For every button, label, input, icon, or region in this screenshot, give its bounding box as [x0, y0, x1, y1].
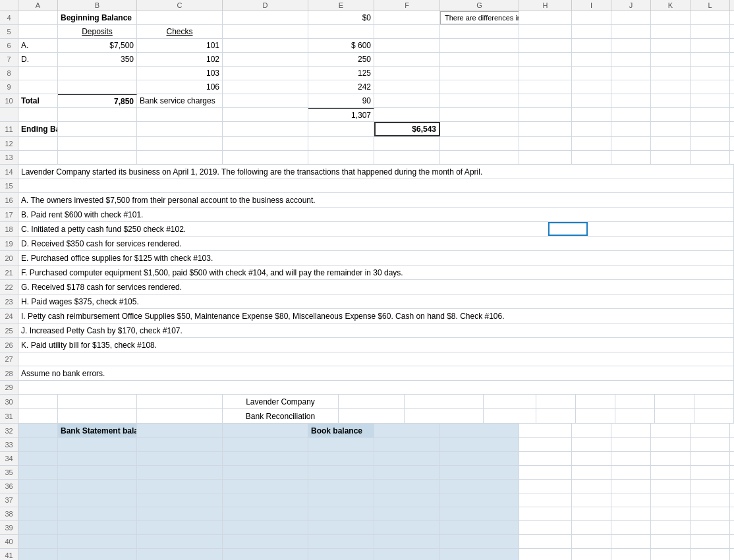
cell-10f[interactable] — [374, 94, 440, 107]
cell-6g[interactable] — [440, 39, 519, 52]
cell-4j[interactable] — [611, 11, 651, 24]
cell-10g[interactable] — [440, 94, 519, 107]
cell-5m[interactable] — [730, 25, 734, 38]
cell-19-text[interactable]: D. Received $350 cash for services rende… — [18, 237, 734, 250]
cell-9l[interactable] — [691, 80, 730, 94]
cell-4b[interactable]: Beginning Balance — [58, 11, 137, 24]
cell-10i[interactable] — [572, 94, 611, 107]
cell-11f[interactable]: $6,543 — [374, 122, 440, 136]
cell-7f[interactable] — [374, 53, 440, 66]
cell-7l[interactable] — [691, 53, 730, 66]
cell-8l[interactable] — [691, 67, 730, 80]
cell-11h[interactable] — [519, 122, 572, 136]
cell-6e[interactable]: $ 600 — [308, 39, 374, 52]
cell-4g[interactable]: There are differences in the problem. — [440, 11, 519, 24]
cell-8e[interactable]: 125 — [308, 67, 374, 80]
cell-24-text[interactable]: I. Petty cash reimbursement Office Suppl… — [18, 309, 734, 323]
cell-9d[interactable] — [223, 80, 308, 94]
cell-18-text[interactable]: C. Initiated a petty cash fund $250 chec… — [18, 222, 734, 236]
cell-7i[interactable] — [572, 53, 611, 66]
cell-8j[interactable] — [611, 67, 651, 80]
cell-11c[interactable] — [137, 122, 223, 136]
cell-7k[interactable] — [651, 53, 691, 66]
cell-5l[interactable] — [691, 25, 730, 38]
cell-7b[interactable]: 350 — [58, 53, 137, 66]
cell-10a[interactable]: Total — [18, 94, 58, 107]
cell-11g[interactable] — [440, 122, 519, 136]
cell-30-title[interactable]: Lavender Company — [223, 395, 339, 408]
cell-8g[interactable] — [440, 67, 519, 80]
cell-8f[interactable] — [374, 67, 440, 80]
cell-6b[interactable]: $7,500 — [58, 39, 137, 52]
cell-8h[interactable] — [519, 67, 572, 80]
cell-5g[interactable] — [440, 25, 519, 38]
cell-11k[interactable] — [651, 122, 691, 136]
cell-9c[interactable]: 106 — [137, 80, 223, 94]
cell-8d[interactable] — [223, 67, 308, 80]
cell-31-subtitle[interactable]: Bank Reconciliation — [223, 409, 339, 423]
cell-6d[interactable] — [223, 39, 308, 52]
cell-17-text[interactable]: B. Paid rent $600 with check #101. — [18, 208, 734, 221]
cell-6h[interactable] — [519, 39, 572, 52]
cell-11e[interactable] — [308, 122, 374, 136]
cell-28-text[interactable]: Assume no bank errors. — [18, 366, 734, 380]
cell-6j[interactable] — [611, 39, 651, 52]
cell-11m[interactable] — [730, 122, 734, 136]
cell-20-text[interactable]: E. Purchased office supplies for $125 wi… — [18, 251, 734, 265]
cell-4h[interactable] — [519, 11, 572, 24]
cell-6f[interactable] — [374, 39, 440, 52]
cell-8k[interactable] — [651, 67, 691, 80]
cell-8b[interactable] — [58, 67, 137, 80]
cell-9k[interactable] — [651, 80, 691, 94]
cell-6m[interactable] — [730, 39, 734, 52]
cell-8m[interactable] — [730, 67, 734, 80]
cell-5c[interactable]: Checks — [137, 25, 223, 38]
cell-9b[interactable] — [58, 80, 137, 94]
cell-26-text[interactable]: K. Paid utility bill for $135, check #10… — [18, 338, 734, 352]
cell-7e[interactable]: 250 — [308, 53, 374, 66]
cell-10c[interactable]: Bank service charges — [137, 94, 223, 107]
cell-25-text[interactable]: J. Increased Petty Cash by $170, check #… — [18, 323, 734, 337]
cell-4k[interactable] — [651, 11, 691, 24]
cell-10j[interactable] — [611, 94, 651, 107]
cell-9i[interactable] — [572, 80, 611, 94]
cell-9j[interactable] — [611, 80, 651, 94]
cell-4c[interactable] — [137, 11, 223, 24]
cell-9a[interactable] — [18, 80, 58, 94]
cell-6c[interactable]: 101 — [137, 39, 223, 52]
cell-5b[interactable]: Deposits — [58, 25, 137, 38]
cell-9g[interactable] — [440, 80, 519, 94]
cell-10d[interactable] — [223, 94, 308, 107]
cell-5h[interactable] — [519, 25, 572, 38]
cell-7g[interactable] — [440, 53, 519, 66]
cell-7d[interactable] — [223, 53, 308, 66]
cell-5j[interactable] — [611, 25, 651, 38]
cell-7h[interactable] — [519, 53, 572, 66]
cell-4m[interactable] — [730, 11, 734, 24]
cell-11i[interactable] — [572, 122, 611, 136]
cell-10e[interactable]: 90 — [308, 94, 374, 107]
cell-10m[interactable] — [730, 94, 734, 107]
cell-8a[interactable] — [18, 67, 58, 80]
cell-8i[interactable] — [572, 67, 611, 80]
cell-5d[interactable] — [223, 25, 308, 38]
cell-5a[interactable] — [18, 25, 58, 38]
cell-11b[interactable] — [58, 122, 137, 136]
cell-5k[interactable] — [651, 25, 691, 38]
cell-4i[interactable] — [572, 11, 611, 24]
cell-9h[interactable] — [519, 80, 572, 94]
cell-9m[interactable] — [730, 80, 734, 94]
cell-16-text[interactable]: A. The owners invested $7,500 from their… — [18, 193, 734, 207]
cell-14-text[interactable]: Lavender Company started its business on… — [18, 165, 734, 179]
cell-11j[interactable] — [611, 122, 651, 136]
cell-22-text[interactable]: G. Received $178 cash for services rende… — [18, 280, 734, 294]
cell-4f[interactable] — [374, 11, 440, 24]
cell-7j[interactable] — [611, 53, 651, 66]
cell-6a[interactable]: A. — [18, 39, 58, 52]
cell-9e[interactable]: 242 — [308, 80, 374, 94]
cell-7c[interactable]: 102 — [137, 53, 223, 66]
cell-7m[interactable] — [730, 53, 734, 66]
cell-21-text[interactable]: F. Purchased computer equipment $1,500, … — [18, 266, 734, 279]
cell-5i[interactable] — [572, 25, 611, 38]
cell-7a[interactable]: D. — [18, 53, 58, 66]
